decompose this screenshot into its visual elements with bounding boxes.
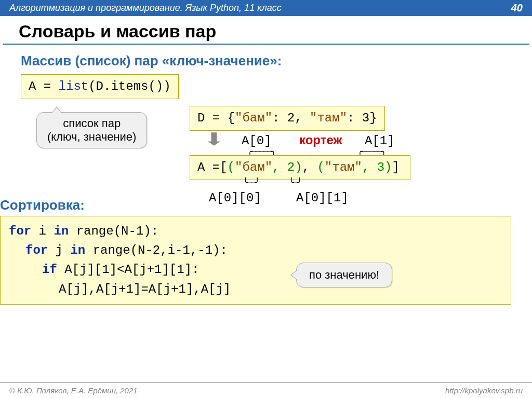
label-tuple: кортеж: [299, 133, 342, 147]
brace-icon: ╰──╯: [228, 177, 274, 188]
callout-pairs-list: список пар (ключ, значение): [36, 112, 147, 148]
footer: © К.Ю. Поляков, Е.А. Ерёмин, 2021 http:/…: [0, 382, 532, 398]
footer-url: http://kpolyakov.spb.ru: [445, 386, 523, 395]
t: , 3): [362, 160, 392, 174]
header-bar: Алгоритмизация и программирование. Язык …: [0, 0, 532, 16]
code-rest: (D.items()): [88, 79, 170, 93]
t: "бам": [235, 111, 272, 125]
t: D = {: [197, 111, 235, 125]
codebox-dict-d: D = {"бам": 2, "там": 3}: [190, 106, 385, 131]
t: i: [31, 224, 54, 238]
t: A[j][1]<A[j+1][1]:: [57, 263, 200, 277]
label-a0: A[0]: [242, 134, 272, 148]
t: ]: [392, 160, 399, 174]
callout-line1: список пар: [47, 117, 136, 130]
callout-by-value: по значению!: [296, 263, 392, 287]
label-a1: A[1]: [365, 134, 395, 148]
t: range(N-2,i-1,-1):: [85, 243, 228, 257]
t: : 3}: [347, 111, 377, 125]
t: ,: [302, 160, 317, 174]
t: : 2,: [272, 111, 310, 125]
t: "там": [325, 160, 362, 174]
t: "бам": [235, 160, 272, 174]
page-title: Словарь и массив пар: [3, 16, 529, 45]
codebox-sort: for i in range(N-1): for j in range(N-2,…: [0, 216, 511, 305]
callout-text: по значению!: [309, 268, 379, 281]
brace-icon: ╰─╯: [285, 177, 305, 188]
t: A[j],A[j+1]=A[j+1],A[j]: [59, 282, 231, 296]
label-a00: A[0][0]: [209, 191, 261, 205]
course-name: Алгоритмизация и программирование. Язык …: [9, 3, 282, 13]
label-a01: A[0][1]: [296, 191, 349, 205]
t: if: [42, 263, 57, 277]
t: in: [54, 224, 69, 238]
t: range(N-1):: [69, 224, 158, 238]
t: j: [48, 243, 70, 257]
codebox-list-items: A = list(D.items()): [21, 74, 179, 99]
callout-line2: (ключ, значение): [47, 130, 136, 144]
codebox-list-a: A =[("бам", 2), ("там", 3)]: [190, 155, 410, 180]
subheading-sorting: Сортировка:: [0, 197, 85, 213]
code-lhs: A =: [29, 79, 59, 93]
t: for: [25, 243, 48, 257]
code-func: list: [59, 79, 89, 93]
subheading-array-pairs: Массив (список) пар «ключ-значение»:: [21, 53, 511, 69]
t: for: [9, 224, 31, 238]
t: , 2): [272, 160, 302, 174]
t: in: [70, 243, 85, 257]
t: (: [228, 160, 235, 174]
page-number: 40: [511, 2, 523, 14]
footer-authors: © К.Ю. Поляков, Е.А. Ерёмин, 2021: [9, 386, 138, 395]
t: (: [317, 160, 324, 174]
t: "там": [310, 111, 347, 125]
t: A =[: [197, 160, 228, 174]
